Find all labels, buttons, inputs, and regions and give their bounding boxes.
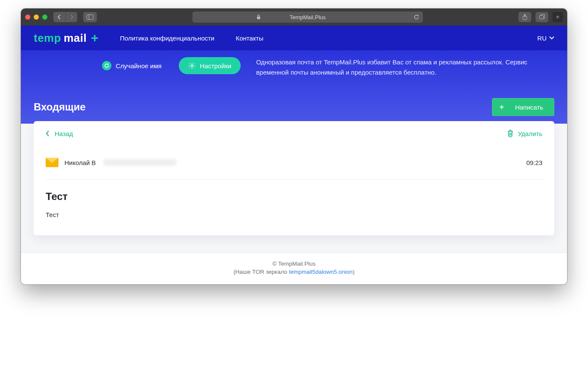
- browser-chrome: TempMail.Plus +: [21, 9, 567, 26]
- email-header-row: Николай В 09:23: [46, 143, 542, 180]
- language-label: RU: [537, 35, 547, 42]
- svg-rect-4: [540, 16, 544, 19]
- email-body: Тест: [46, 211, 542, 218]
- svg-rect-2: [257, 17, 260, 19]
- language-selector[interactable]: RU: [537, 35, 554, 42]
- svg-rect-0: [87, 15, 93, 20]
- footer-tor-prefix: (Наше TOR зеркало: [233, 269, 289, 275]
- nav-privacy-link[interactable]: Политика конфиденциальности: [120, 35, 214, 42]
- back-button[interactable]: [53, 12, 65, 22]
- trash-icon: [507, 130, 514, 137]
- footer-copyright: © TempMail.Plus: [21, 261, 567, 267]
- random-name-label: Случайное имя: [116, 62, 162, 70]
- app-header: tempmail+ Политика конфиденциальности Ко…: [21, 26, 567, 50]
- share-icon[interactable]: [518, 12, 531, 22]
- address-text: TempMail.Plus: [290, 14, 326, 20]
- tabs-icon[interactable]: [536, 12, 548, 22]
- footer-tor-link[interactable]: tempmail5dalown5.onion: [289, 269, 352, 275]
- browser-window: TempMail.Plus + tempmail+ Политика конфи…: [21, 9, 567, 284]
- compose-button[interactable]: + Написать: [492, 98, 554, 116]
- footer-tor-suffix: ): [352, 269, 355, 275]
- chevron-down-icon: [549, 36, 554, 40]
- address-bar[interactable]: TempMail.Plus: [192, 12, 423, 23]
- new-tab-button[interactable]: +: [553, 12, 563, 22]
- zoom-window-icon[interactable]: [42, 14, 47, 20]
- back-link[interactable]: Назад: [46, 130, 73, 137]
- window-controls: [25, 14, 47, 20]
- random-name-button[interactable]: Случайное имя: [93, 57, 171, 74]
- sidebar-toggle-icon[interactable]: [83, 12, 97, 22]
- email-time: 09:23: [526, 159, 542, 166]
- footer: © TempMail.Plus (Наше TOR зеркало tempma…: [21, 252, 567, 284]
- mail-icon: [46, 158, 58, 167]
- delete-link[interactable]: Удалить: [507, 130, 542, 137]
- email-subject: Тест: [46, 191, 542, 203]
- email-card: Назад Удалить Николай В 09:23 Тест Тест: [34, 121, 554, 235]
- settings-label: Настройки: [200, 62, 232, 70]
- sender-name: Николай В: [64, 159, 96, 166]
- sender-email-redacted: [104, 159, 176, 166]
- back-label: Назад: [55, 130, 73, 137]
- chrome-right: +: [518, 12, 563, 22]
- logo[interactable]: tempmail+: [34, 32, 99, 45]
- settings-button[interactable]: Настройки: [179, 57, 241, 74]
- close-window-icon[interactable]: [25, 14, 30, 20]
- nav-buttons: [53, 12, 77, 22]
- plus-icon: +: [500, 103, 504, 112]
- refresh-icon: [102, 61, 111, 70]
- forward-button[interactable]: [65, 12, 77, 22]
- delete-label: Удалить: [518, 130, 542, 137]
- reload-icon[interactable]: [413, 14, 419, 20]
- compose-label: Написать: [515, 104, 543, 111]
- sub-header: Случайное имя Настройки Одноразовая почт…: [21, 50, 567, 121]
- nav-contacts-link[interactable]: Контакты: [236, 35, 263, 42]
- content-area: Назад Удалить Николай В 09:23 Тест Тест: [21, 121, 567, 252]
- inbox-title: Входящие: [34, 101, 86, 113]
- chevron-left-icon: [46, 130, 49, 136]
- minimize-window-icon[interactable]: [34, 14, 39, 20]
- gear-icon: [188, 62, 196, 70]
- tagline-text: Одноразовая почта от TempMail.Plus избав…: [256, 57, 554, 78]
- svg-point-5: [191, 65, 192, 67]
- lock-icon: [256, 14, 261, 20]
